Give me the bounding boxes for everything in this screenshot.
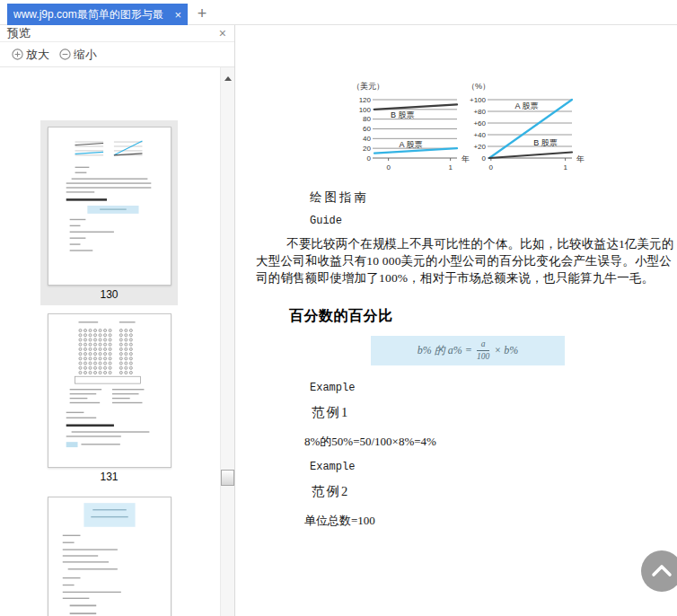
svg-text:0: 0 <box>386 163 391 172</box>
svg-text:+80: +80 <box>473 108 486 116</box>
svg-text:120: 120 <box>359 96 372 104</box>
sidebar-title: 预览 <box>7 26 31 40</box>
thumbnail-preview-131 <box>48 313 171 468</box>
example2-label: Example <box>310 461 355 473</box>
svg-text:1: 1 <box>563 163 567 172</box>
zoom-out-button[interactable]: 缩小 <box>74 47 97 63</box>
thumbnail-item-131[interactable]: 131 <box>40 307 178 488</box>
scroll-to-top-button[interactable] <box>641 550 677 592</box>
svg-text:+60: +60 <box>473 119 486 128</box>
svg-text:A 股票: A 股票 <box>399 140 422 149</box>
svg-text:0: 0 <box>489 163 494 172</box>
example2-name: 范例2 <box>312 483 349 500</box>
formula-box: b% 的 a% = a 100 × b% <box>371 336 565 365</box>
document-viewer: （美元）12010080604020001年B 股票A 股票 （%）+100+8… <box>236 25 677 616</box>
svg-text:（%）: （%） <box>467 82 490 91</box>
formula-denominator: 100 <box>477 353 489 362</box>
example1-label: Example <box>310 382 355 394</box>
svg-text:80: 80 <box>363 115 371 123</box>
fraction-bar <box>477 350 489 351</box>
example1-body: 8%的50%=50/100×8%=4% <box>304 434 436 450</box>
tab-title: www.j9p.com最简单的图形与最 <box>13 7 170 22</box>
guide-paragraph: 不要比较两个在规模上不具可比性的个体。比如，比较收益达1亿美元的大型公司和收益只… <box>256 235 676 286</box>
svg-text:0: 0 <box>482 154 487 163</box>
svg-text:+100: +100 <box>470 96 487 104</box>
svg-text:B 股票: B 股票 <box>533 138 558 147</box>
svg-text:0: 0 <box>367 154 372 163</box>
browser-tab-bar: www.j9p.com最简单的图形与最 × + <box>0 0 677 25</box>
formula-left: b% 的 a% = <box>418 343 472 358</box>
svg-text:（美元）: （美元） <box>352 82 384 91</box>
thumbnail-page-number: 130 <box>40 286 178 305</box>
sidebar-close-icon[interactable]: × <box>219 27 226 40</box>
thumbnail-item-130[interactable]: 130 <box>40 120 178 305</box>
sidebar-scrollbar[interactable] <box>220 67 234 616</box>
tab-close-icon[interactable]: × <box>174 9 181 21</box>
example1-name: 范例1 <box>312 404 349 421</box>
guide-title-en: Guide <box>310 215 342 227</box>
svg-text:A 股票: A 股票 <box>514 101 538 110</box>
new-tab-button[interactable]: + <box>190 4 214 25</box>
zoom-toolbar: 放大 缩小 <box>0 42 234 67</box>
example2-body: 单位总数=100 <box>304 513 375 529</box>
thumbnail-preview-130 <box>48 127 171 286</box>
zoom-in-icon[interactable] <box>12 48 23 60</box>
svg-text:60: 60 <box>363 125 371 133</box>
svg-text:+20: +20 <box>473 143 486 151</box>
preview-sidebar: 预览 × 放大 缩小 <box>0 25 235 616</box>
scrollbar-up-arrow-icon[interactable] <box>224 76 232 81</box>
zoom-out-icon[interactable] <box>59 48 71 60</box>
section-heading: 百分数的百分比 <box>289 307 393 326</box>
svg-text:1: 1 <box>448 163 453 172</box>
sidebar-header: 预览 × <box>0 25 234 42</box>
zoom-in-button[interactable]: 放大 <box>26 47 49 63</box>
guide-title-zh: 绘图指南 <box>310 189 369 206</box>
formula-right: × b% <box>494 344 518 357</box>
thumbnail-page-number: 131 <box>40 468 178 488</box>
thumbnail-list: 130 <box>0 68 220 616</box>
chevron-up-icon <box>641 550 677 592</box>
stock-percent-chart: （%）+100+80+60+40+20001年A 股票B 股票 <box>465 78 600 179</box>
formula-fraction: a 100 <box>477 340 489 362</box>
thumbnail-item-132[interactable]: 132 <box>40 490 178 616</box>
svg-text:20: 20 <box>363 145 371 153</box>
svg-text:B 股票: B 股票 <box>391 110 415 119</box>
svg-text:100: 100 <box>359 106 372 114</box>
svg-text:+40: +40 <box>473 131 486 139</box>
browser-tab[interactable]: www.j9p.com最简单的图形与最 × <box>7 4 188 25</box>
scrollbar-thumb[interactable] <box>221 470 234 486</box>
svg-text:年: 年 <box>576 154 585 163</box>
formula-numerator: a <box>481 340 486 349</box>
svg-text:40: 40 <box>363 135 371 143</box>
thumbnail-preview-132 <box>48 497 171 616</box>
